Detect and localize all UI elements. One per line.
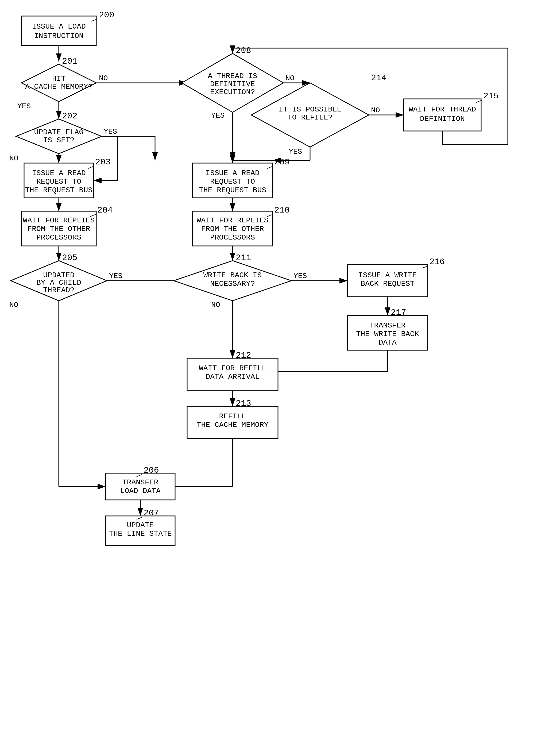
svg-text:202: 202 bbox=[62, 111, 78, 121]
svg-text:REFILL: REFILL bbox=[219, 412, 246, 421]
svg-text:PROCESSORS: PROCESSORS bbox=[36, 233, 81, 242]
svg-text:TRANSFER: TRANSFER bbox=[370, 321, 406, 330]
svg-text:BACK REQUEST: BACK REQUEST bbox=[361, 280, 415, 288]
svg-text:216: 216 bbox=[429, 257, 445, 267]
svg-text:NO: NO bbox=[9, 301, 18, 309]
svg-text:201: 201 bbox=[62, 56, 78, 66]
svg-text:IT IS POSSIBLE: IT IS POSSIBLE bbox=[279, 105, 341, 114]
svg-text:YES: YES bbox=[17, 102, 31, 110]
svg-text:THE LINE STATE: THE LINE STATE bbox=[109, 530, 172, 538]
svg-text:WAIT FOR REPLIES: WAIT FOR REPLIES bbox=[197, 216, 269, 225]
svg-text:LOAD DATA: LOAD DATA bbox=[120, 487, 160, 495]
svg-text:THE WRITE BACK: THE WRITE BACK bbox=[356, 330, 419, 338]
svg-text:BY A CHILD: BY A CHILD bbox=[36, 279, 81, 287]
svg-text:209: 209 bbox=[274, 157, 290, 167]
svg-text:WAIT FOR REPLIES: WAIT FOR REPLIES bbox=[23, 216, 95, 225]
svg-text:NO: NO bbox=[211, 301, 220, 309]
flowchart-container: ISSUE A LOAD INSTRUCTION 200 HIT A CACHE… bbox=[0, 0, 545, 756]
svg-text:EXECUTION?: EXECUTION? bbox=[210, 88, 255, 96]
svg-text:DATA ARRIVAL: DATA ARRIVAL bbox=[206, 373, 260, 381]
svg-text:DEFINITIVE: DEFINITIVE bbox=[210, 80, 255, 88]
svg-text:UPDATED: UPDATED bbox=[43, 271, 75, 279]
svg-text:ISSUE A WRITE: ISSUE A WRITE bbox=[358, 271, 417, 279]
svg-text:ISSUE A READ: ISSUE A READ bbox=[32, 169, 86, 177]
svg-text:WRITE BACK IS: WRITE BACK IS bbox=[203, 271, 262, 279]
svg-text:PROCESSORS: PROCESSORS bbox=[210, 233, 255, 242]
svg-text:A THREAD IS: A THREAD IS bbox=[208, 72, 257, 80]
svg-text:ISSUE A READ: ISSUE A READ bbox=[206, 169, 260, 177]
svg-text:217: 217 bbox=[391, 308, 406, 318]
svg-text:A CACHE MEMORY?: A CACHE MEMORY? bbox=[25, 83, 92, 91]
svg-text:208: 208 bbox=[236, 46, 251, 56]
svg-text:THE REQUEST BUS: THE REQUEST BUS bbox=[25, 186, 92, 194]
svg-text:YES: YES bbox=[109, 272, 122, 280]
svg-text:THREAD?: THREAD? bbox=[43, 286, 75, 294]
svg-text:UPDATE: UPDATE bbox=[127, 521, 154, 529]
svg-text:214: 214 bbox=[371, 73, 386, 83]
svg-text:ISSUE A LOAD: ISSUE A LOAD bbox=[32, 22, 86, 31]
svg-text:YES: YES bbox=[104, 128, 117, 136]
svg-text:YES: YES bbox=[211, 111, 225, 120]
svg-text:207: 207 bbox=[144, 508, 159, 518]
svg-text:210: 210 bbox=[274, 205, 290, 215]
svg-text:200: 200 bbox=[99, 10, 114, 20]
svg-text:TO REFILL?: TO REFILL? bbox=[288, 113, 333, 122]
svg-text:NO: NO bbox=[99, 74, 108, 82]
svg-text:NO: NO bbox=[371, 106, 380, 114]
svg-text:NO: NO bbox=[9, 154, 18, 163]
svg-text:NECESSARY?: NECESSARY? bbox=[210, 280, 255, 288]
svg-text:DEFINITION: DEFINITION bbox=[420, 115, 465, 123]
svg-text:YES: YES bbox=[293, 272, 307, 280]
svg-text:IS SET?: IS SET? bbox=[43, 136, 75, 144]
svg-text:204: 204 bbox=[97, 205, 113, 215]
svg-text:203: 203 bbox=[95, 157, 111, 167]
svg-text:213: 213 bbox=[236, 399, 251, 408]
svg-text:INSTRUCTION: INSTRUCTION bbox=[34, 32, 84, 40]
svg-text:211: 211 bbox=[236, 253, 251, 263]
svg-text:THE CACHE MEMORY: THE CACHE MEMORY bbox=[197, 421, 269, 429]
svg-text:212: 212 bbox=[236, 350, 251, 360]
svg-text:215: 215 bbox=[483, 91, 499, 101]
svg-text:THE REQUEST BUS: THE REQUEST BUS bbox=[199, 186, 266, 194]
svg-text:WAIT FOR REFILL: WAIT FOR REFILL bbox=[199, 364, 266, 372]
svg-text:DATA: DATA bbox=[378, 338, 396, 347]
svg-text:FROM THE OTHER: FROM THE OTHER bbox=[201, 225, 264, 233]
svg-text:REQUEST TO: REQUEST TO bbox=[210, 178, 255, 186]
svg-text:FROM THE OTHER: FROM THE OTHER bbox=[27, 225, 90, 233]
svg-text:UPDATE FLAG: UPDATE FLAG bbox=[34, 128, 84, 136]
svg-text:REQUEST TO: REQUEST TO bbox=[36, 178, 81, 186]
svg-text:YES: YES bbox=[289, 148, 302, 156]
svg-text:TRANSFER: TRANSFER bbox=[122, 478, 159, 487]
svg-text:205: 205 bbox=[62, 253, 78, 263]
svg-text:WAIT FOR THREAD: WAIT FOR THREAD bbox=[409, 105, 476, 114]
svg-text:206: 206 bbox=[144, 465, 159, 475]
svg-text:NO: NO bbox=[285, 74, 295, 82]
svg-text:HIT: HIT bbox=[52, 75, 65, 83]
